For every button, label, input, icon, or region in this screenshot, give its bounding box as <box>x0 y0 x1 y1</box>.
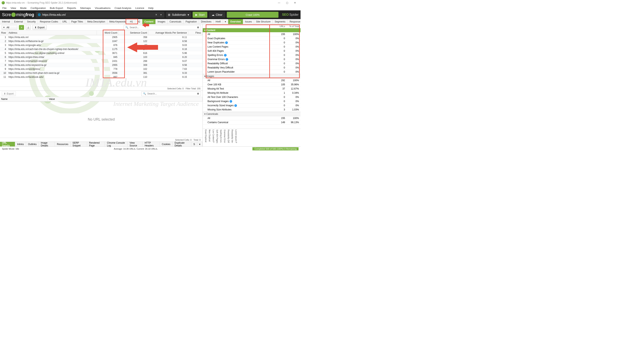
menu-file[interactable]: File <box>2 7 6 10</box>
close-button[interactable]: ✕ <box>291 2 299 4</box>
menu-configuration[interactable]: Configuration <box>30 7 46 10</box>
table-row[interactable]: 10https://imta.edu.vn/mo-hinh-phan-tich-… <box>0 71 202 75</box>
tab-content[interactable]: Content <box>142 19 156 24</box>
tab-response-codes[interactable]: Response Codes <box>38 19 60 24</box>
table-row[interactable]: 1https://imta.edu.vn/29053588.11 <box>0 35 202 39</box>
tab-segments[interactable]: Segments <box>273 19 288 24</box>
table-row[interactable]: 11https://imta.edu.vn/facebook-ads/89711… <box>0 75 202 79</box>
tab-s[interactable]: S <box>192 142 197 146</box>
col-address[interactable]: Address <box>7 31 97 35</box>
clear-button[interactable]: ☁ Clear <box>209 12 225 18</box>
table-row[interactable]: 7https://imta.edu.vn/phantom-keword/2431… <box>0 59 202 63</box>
lower-search-input[interactable] <box>147 92 196 95</box>
tab-duplicate-details[interactable]: Duplicate Details <box>172 142 192 146</box>
overview-row[interactable]: Near Duplicatesi00% <box>203 41 300 45</box>
overview-row[interactable]: Background Imagesi00% <box>203 99 300 104</box>
tab-external[interactable]: External <box>12 19 25 24</box>
overview-row[interactable]: Over 100 KB10535.96% <box>203 83 300 87</box>
filter-select[interactable]: All <box>2 25 17 30</box>
tab-h2[interactable]: H2 <box>135 19 142 24</box>
start-button[interactable]: ▶ Start <box>192 12 208 18</box>
table-row[interactable]: 6https://imta.edu.vn/gioi-thieu-imta/845… <box>0 55 202 59</box>
col-awps[interactable]: Average Words Per Sentence <box>148 31 188 35</box>
overview-row[interactable]: Soft 404 Pages00% <box>203 49 300 53</box>
overview-group-images[interactable]: ▾Images <box>203 74 300 78</box>
col-word-count[interactable]: Word Count <box>97 31 119 35</box>
table-row[interactable]: 4https://imta.edu.vn/cach-bat-che-do-chu… <box>0 47 202 51</box>
tab-url[interactable]: URL <box>60 19 69 24</box>
overview-row[interactable]: Spelling Errorsi00% <box>203 53 300 57</box>
col-flesch[interactable]: Flesc <box>188 31 202 35</box>
tab-meta-description[interactable]: Meta Description <box>85 19 107 24</box>
col-name[interactable]: Name <box>0 97 48 101</box>
tab-canonicals[interactable]: Canonicals <box>168 19 184 24</box>
tab-view-source[interactable]: View Source <box>128 142 143 146</box>
tab-images[interactable]: Images <box>156 19 168 24</box>
overview-group-content[interactable]: ▾Content <box>203 28 300 32</box>
scope-select[interactable]: ⊞ Subdomain ▾ <box>166 12 191 18</box>
menu-visualisations[interactable]: Visualisations <box>95 7 110 10</box>
tab-image-details[interactable]: Image Details <box>39 142 55 146</box>
tab-rendered-page[interactable]: Rendered Page <box>87 142 105 146</box>
tab-cookies[interactable]: Cookies <box>160 142 172 146</box>
tab-inlinks[interactable]: Inlinks <box>15 142 26 146</box>
overview-row[interactable]: Contains Canonical14996.13% <box>203 120 300 125</box>
url-input-wrap[interactable]: 🌐 https://imta.edu.vn/ ✕ ▾ <box>36 12 164 18</box>
overview-list[interactable]: ▾ContentAll155100%Exact Duplicates00%Nea… <box>203 28 300 129</box>
overview-row[interactable]: Readability Difficult00% <box>203 62 300 66</box>
search-box[interactable]: 🔍 ⚙ <box>124 25 201 30</box>
col-value[interactable]: Value <box>48 97 202 101</box>
table-row[interactable]: 8https://imta.edu.vn/lsi-keyword-la-gi/2… <box>0 63 202 67</box>
table-row[interactable]: 3https://imta.edu.vn/google-ads/876979.0… <box>0 43 202 47</box>
lower-search-box[interactable]: 🔍 ⚙ <box>141 91 201 96</box>
search-input[interactable] <box>130 26 196 29</box>
tab-response-times[interactable]: Response Times <box>288 19 300 24</box>
table-row[interactable]: 9https://imta.edu.vn/wordpress/7781027.6… <box>0 67 202 71</box>
col-sentence-count[interactable]: Sentence Count <box>119 31 148 35</box>
overview-row[interactable]: All155100% <box>203 32 300 37</box>
overview-group-canonicals[interactable]: ▾Canonicals <box>203 112 300 116</box>
col-row[interactable]: Row <box>0 31 7 35</box>
tab-meta-keywords[interactable]: Meta Keywords <box>107 19 128 24</box>
overview-row[interactable]: Exact Duplicates00% <box>203 37 300 41</box>
export-button[interactable]: ⬆Export <box>32 25 47 30</box>
table-row[interactable]: 5https://imta.edu.vn/khoa-hoc-digital-ma… <box>0 51 202 55</box>
overview-row[interactable]: Low Content Pages00% <box>203 45 300 49</box>
overview-row[interactable]: Readability Very Difficult00% <box>203 66 300 70</box>
tabs-overflow[interactable]: ▾ <box>223 19 228 24</box>
minimize-button[interactable]: — <box>275 2 283 4</box>
tab-pagination[interactable]: Pagination <box>184 19 199 24</box>
tab-h1[interactable]: H1 <box>128 19 135 24</box>
overview-row[interactable]: Alt Text Over 100 Characters00% <box>203 95 300 99</box>
table-row[interactable]: 2https://imta.edu.vn/flatsome-la-gi/1047… <box>0 39 202 43</box>
tab-security[interactable]: Security <box>25 19 38 24</box>
filter-settings-icon[interactable]: ⚙ <box>197 92 199 95</box>
overview-row[interactable]: Missing Alt Text3712.67% <box>203 87 300 91</box>
tab-hrefl[interactable]: Hrefl <box>214 19 223 24</box>
maximize-button[interactable]: ▢ <box>283 2 291 4</box>
tab-issues[interactable]: Issues <box>243 19 254 24</box>
overview-row[interactable]: Missing Size Attributes31.03% <box>203 108 300 112</box>
tab-outlinks[interactable]: Outlinks <box>26 142 39 146</box>
menu-crawl-analysis[interactable]: Crawl Analysis <box>114 7 132 10</box>
tab-overview[interactable]: Overview <box>228 19 243 24</box>
menu-mode[interactable]: Mode <box>20 7 27 10</box>
tab-site-structure[interactable]: Site Structure <box>254 19 273 24</box>
clear-url-icon[interactable]: ✕ <box>154 13 158 16</box>
menu-reports[interactable]: Reports <box>67 7 76 10</box>
results-table[interactable]: Row Address Word Count Sentence Count Av… <box>0 31 202 87</box>
tab-url-details[interactable]: URL Details <box>0 142 15 146</box>
tree-view-button[interactable]: ⊥ <box>26 25 31 30</box>
tab-chrome-console-log[interactable]: Chrome Console Log <box>105 142 128 146</box>
menu-sitemaps[interactable]: Sitemaps <box>80 7 91 10</box>
menu-bulk-export[interactable]: Bulk Export <box>50 7 63 10</box>
url-dropdown-icon[interactable]: ▾ <box>160 13 162 16</box>
tab-serp-snippet[interactable]: SERP Snippet <box>70 142 87 146</box>
overview-row[interactable]: Missing Alt Attribute10.34% <box>203 91 300 95</box>
tab-page-titles[interactable]: Page Titles <box>69 19 85 24</box>
menu-help[interactable]: Help <box>148 7 154 10</box>
overview-row[interactable]: All155100% <box>203 116 300 120</box>
tab-resources[interactable]: Resources <box>55 142 70 146</box>
tab-directives[interactable]: Directives <box>199 19 214 24</box>
filter-settings-icon[interactable]: ⚙ <box>197 26 199 29</box>
